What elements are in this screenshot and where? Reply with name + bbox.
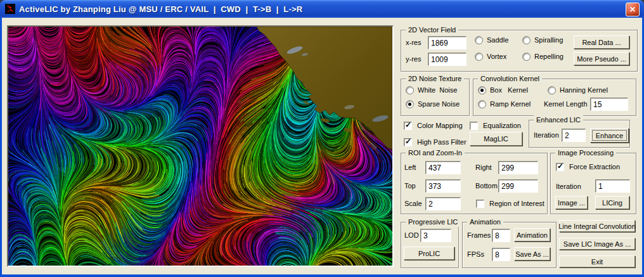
radio-icon — [406, 100, 414, 108]
more-pseudo-button[interactable]: More Pseudo ... — [574, 52, 629, 65]
equalization-checkbox[interactable]: Equalization — [470, 120, 521, 131]
image-button[interactable]: Image ... — [555, 196, 588, 209]
improc-iteration-label: Iteration — [556, 180, 581, 193]
lod-input[interactable] — [420, 229, 451, 242]
fps-input[interactable] — [492, 248, 510, 261]
radio-saddle[interactable]: Saddle — [475, 34, 508, 46]
enhanced-iteration-input[interactable] — [562, 129, 586, 142]
line-integral-convolution-button[interactable]: Line Integral Convolution — [559, 220, 635, 232]
roi-bottom-input[interactable] — [498, 179, 538, 193]
radio-icon — [406, 86, 414, 94]
animation-button[interactable]: Animation — [514, 228, 550, 242]
lic-button-label: Line Integral Convolution — [558, 222, 636, 230]
radio-saddle-label: Saddle — [487, 36, 508, 44]
group-convolution-kernel-legend: Convolution Kernel — [478, 74, 542, 84]
kernel-length-label: Kernel Length — [544, 98, 588, 110]
radio-repelling[interactable]: Repelling — [522, 50, 564, 63]
radio-repelling-label: Repelling — [534, 53, 564, 60]
radio-icon — [478, 100, 486, 108]
licing-button[interactable]: LICing — [595, 196, 629, 209]
group-noise-texture-legend: 2D Noise Texture — [406, 74, 464, 84]
radio-sparse-noise-label: Sparse Noise — [418, 100, 460, 108]
fps-label: FPSs — [467, 248, 484, 261]
region-of-interest-checkbox[interactable]: Region of Interest — [476, 198, 544, 209]
save-as-button[interactable]: Save As ... — [514, 247, 550, 261]
roi-top-label: Top — [404, 179, 416, 192]
roi-left-input[interactable] — [425, 161, 461, 174]
radio-hanning-kernel[interactable]: Hanning Kernel — [548, 84, 608, 96]
exit-button-label: Exit — [591, 258, 603, 266]
radio-ramp-kernel-label: Ramp Kernel — [490, 100, 531, 108]
high-pass-filter-checkbox[interactable]: High Pass Filter — [404, 137, 467, 147]
checkbox-icon — [404, 138, 412, 146]
xres-label: x-res — [406, 36, 421, 49]
radio-box-kernel[interactable]: Box Kernel — [478, 84, 528, 96]
force-extraction-label: Force Extraction — [569, 163, 620, 171]
prolic-button[interactable]: ProLIC — [404, 247, 454, 260]
radio-spiralling-label: Spiralling — [534, 36, 563, 44]
kernel-length-input[interactable] — [590, 98, 628, 111]
radio-hanning-kernel-label: Hanning Kernel — [560, 86, 608, 94]
radio-vortex-label: Vortex — [487, 53, 506, 60]
group-progressive-lic-legend: Progressive LIC — [406, 217, 460, 227]
save-lic-image-button[interactable]: Save LIC Image As ... — [559, 238, 635, 250]
radio-spiralling[interactable]: Spiralling — [522, 34, 563, 46]
radio-sparse-noise[interactable]: Sparse Noise — [406, 98, 460, 110]
licing-button-label: LICing — [602, 199, 622, 207]
lic-image-panel[interactable] — [7, 25, 394, 267]
maglic-button[interactable]: MagLIC — [470, 132, 522, 146]
image-button-label: Image ... — [558, 199, 585, 207]
radio-box-kernel-label: Box Kernel — [490, 86, 528, 94]
group-image-processing-legend: Image Processing — [555, 148, 616, 158]
window-title: ActiveLIC by Zhanping Liu @ MSU / ERC / … — [19, 4, 302, 14]
xres-input[interactable] — [428, 36, 467, 49]
improc-iteration-input[interactable] — [595, 179, 630, 193]
radio-white-noise-label: White Noise — [418, 86, 457, 94]
checkbox-icon — [404, 122, 412, 130]
maglic-button-label: MagLIC — [484, 135, 508, 143]
enhance-button[interactable]: Enhance — [590, 128, 629, 143]
exit-button[interactable]: Exit — [559, 255, 635, 267]
more-pseudo-button-label: More Pseudo ... — [577, 55, 626, 63]
roi-top-input[interactable] — [425, 179, 461, 193]
radio-icon — [522, 36, 531, 44]
roi-bottom-label: Bottom — [475, 179, 498, 192]
checkbox-icon — [476, 200, 484, 208]
roi-scale-input[interactable] — [425, 197, 461, 210]
close-icon: ✕ — [629, 5, 636, 14]
save-as-button-label: Save As ... — [515, 250, 549, 258]
frames-input[interactable] — [492, 229, 510, 242]
checkbox-icon — [556, 163, 564, 171]
group-roi-zoom-legend: ROI and Zoom-In — [406, 148, 465, 158]
real-data-button[interactable]: Real Data ... — [574, 35, 629, 49]
radio-ramp-kernel[interactable]: Ramp Kernel — [478, 98, 531, 110]
frames-label: Frames — [467, 229, 491, 242]
close-button[interactable]: ✕ — [626, 3, 640, 16]
equalization-label: Equalization — [483, 122, 521, 129]
group-animation-legend: Animation — [467, 217, 503, 227]
radio-icon — [548, 86, 556, 94]
roi-right-label: Right — [475, 161, 492, 174]
enhanced-iteration-label: Iteration — [534, 129, 559, 141]
title-bar[interactable]: ActiveLIC by Zhanping Liu @ MSU / ERC / … — [0, 0, 644, 18]
radio-icon — [475, 36, 483, 44]
enhance-button-label: Enhance — [596, 132, 623, 139]
color-mapping-checkbox[interactable]: Color Mapping — [404, 120, 463, 131]
save-lic-image-button-label: Save LIC Image As ... — [564, 240, 631, 248]
yres-input[interactable] — [428, 53, 467, 66]
radio-vortex[interactable]: Vortex — [475, 50, 506, 63]
yres-label: y-res — [406, 53, 421, 65]
lod-label: LOD — [404, 229, 419, 242]
roi-right-input[interactable] — [498, 161, 538, 174]
lic-flow-visualization[interactable] — [8, 27, 392, 266]
roi-scale-label: Scale — [404, 197, 422, 210]
real-data-button-label: Real Data ... — [582, 39, 621, 46]
app-icon — [5, 4, 15, 14]
radio-icon — [522, 53, 531, 61]
region-of-interest-label: Region of Interest — [489, 200, 544, 207]
group-enhanced-lic-legend: Enhanced LIC — [534, 115, 583, 125]
high-pass-filter-label: High Pass Filter — [417, 138, 467, 146]
force-extraction-checkbox[interactable]: Force Extraction — [556, 162, 620, 172]
animation-button-label: Animation — [517, 231, 548, 239]
radio-white-noise[interactable]: White Noise — [406, 84, 457, 96]
